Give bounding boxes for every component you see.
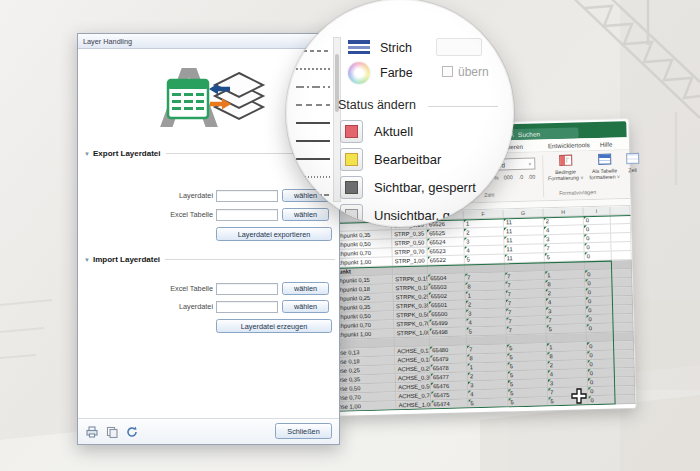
- cell-styles-icon: [626, 153, 639, 164]
- import-layerdatei-row: Layerdatei wählen: [138, 300, 329, 313]
- format-as-table-icon: [598, 154, 611, 165]
- dialog-title-bar[interactable]: Layer Handling: [78, 34, 339, 49]
- status-option-sichtbar-gesperrt[interactable]: Sichtbar, gesperrt: [340, 176, 476, 199]
- spreadsheet: EFGHI STRP_0,256552611120richpunkt 0,35S…: [332, 206, 636, 412]
- status-label: Bearbeitbar: [374, 152, 441, 167]
- import-layerdatei-browse-button[interactable]: wählen: [282, 300, 329, 313]
- layerdatei-input[interactable]: [216, 190, 278, 202]
- decrease-decimal-icon[interactable]: .00: [528, 174, 536, 180]
- exceltabelle-label: Excel Tabelle: [138, 210, 213, 219]
- export-layerdatei-button[interactable]: Layerdatei exportieren: [216, 227, 332, 241]
- ribbon-tab-hilfe[interactable]: Hilfe: [600, 141, 613, 148]
- ribbon-tab-entwicklertools[interactable]: Entwicklertools: [548, 141, 590, 149]
- cell[interactable]: [615, 395, 635, 405]
- chevron-down-icon: ˅: [528, 161, 531, 167]
- import-exceltabelle-input[interactable]: [216, 283, 278, 295]
- magnifier-circle: Strich Farbe übern Status ändern Aktuell…: [286, 0, 514, 227]
- cell[interactable]: 65474: [431, 399, 468, 409]
- uebernehmen-checkbox[interactable]: [442, 66, 453, 77]
- status-option-bearbeitbar[interactable]: Bearbeitbar: [340, 148, 441, 171]
- export-section-title: Export Layerdatei: [93, 149, 161, 158]
- styles-group-label: Formatvorlagen: [559, 189, 596, 196]
- disabled-option-box: [436, 38, 482, 56]
- cell-styles-label: Zell: [628, 167, 637, 173]
- cell[interactable]: hse 1,00: [336, 401, 396, 412]
- status-color-button[interactable]: [340, 148, 363, 171]
- import-layerdatei-input[interactable]: [216, 301, 278, 313]
- farbe-label: Farbe: [380, 66, 413, 80]
- cell[interactable]: 0: [588, 396, 615, 406]
- layerdatei-label: Layerdatei: [138, 302, 213, 311]
- section-rule: [428, 106, 498, 107]
- number-group-label: Zahl: [484, 192, 494, 198]
- cell[interactable]: 5: [468, 398, 508, 408]
- layerdatei-label: Layerdatei: [138, 191, 213, 200]
- chevron-down-icon: ˅: [617, 173, 620, 179]
- close-button[interactable]: Schließen: [275, 423, 332, 439]
- increase-decimal-icon[interactable]: .0: [519, 174, 524, 180]
- exceltabelle-input[interactable]: [216, 209, 278, 221]
- import-exceltabelle-browse-button[interactable]: wählen: [282, 282, 329, 295]
- conditional-formatting-icon: [559, 155, 572, 166]
- conditional-formatting-button[interactable]: Bedingte Formatierung ˅: [544, 154, 587, 181]
- exceltabelle-browse-button[interactable]: wählen: [282, 208, 329, 221]
- cell-styles-button[interactable]: Zell: [622, 153, 643, 174]
- color-swatch-icon: [345, 181, 358, 194]
- status-option-aktuell[interactable]: Aktuell: [340, 120, 413, 143]
- export-layerdatei-row: Layerdatei wählen: [138, 189, 329, 202]
- layers-icon: [215, 73, 263, 119]
- refresh-icon[interactable]: [126, 426, 138, 438]
- status-label: Aktuell: [374, 124, 413, 139]
- print-icon[interactable]: [86, 426, 98, 438]
- cell-grid: STRP_0,256552611120richpunkt 0,35STRP_0,…: [332, 215, 636, 412]
- excel-table-icon: [168, 80, 208, 118]
- format-as-table-button[interactable]: Als Tabelle formatieren ˅: [584, 153, 625, 180]
- dialog-title: Layer Handling: [83, 37, 326, 46]
- color-swatch-icon: [345, 125, 358, 138]
- create-layerdatei-button[interactable]: Layerdatei erzeugen: [216, 319, 332, 333]
- exceltabelle-label: Excel Tabelle: [138, 284, 213, 293]
- uebernehmen-label: übern: [458, 65, 489, 79]
- conditional-formatting-label: Bedingte Formatierung: [548, 169, 579, 182]
- collapse-chevron-icon[interactable]: ▼: [84, 257, 90, 263]
- import-section-header[interactable]: ▼ Import Layerdatei: [84, 255, 335, 264]
- status-section-title: Status ändern: [338, 98, 416, 112]
- status-color-button[interactable]: [340, 176, 363, 199]
- status-color-button[interactable]: [340, 120, 363, 143]
- section-rule: [165, 259, 335, 260]
- strich-label: Strich: [380, 41, 412, 55]
- color-swatch-icon: [345, 153, 358, 166]
- line-style-icon[interactable]: [348, 40, 370, 56]
- status-label: Sichtbar, gesperrt: [374, 180, 476, 195]
- copy-icon[interactable]: [106, 426, 118, 438]
- search-label: Suchen: [518, 130, 540, 138]
- excel-cell-cursor: [571, 388, 587, 404]
- import-section-title: Import Layerdatei: [93, 255, 160, 264]
- format-as-table-label: Als Tabelle formatieren: [589, 167, 617, 180]
- comma-style-icon[interactable]: 000: [504, 174, 513, 180]
- cell[interactable]: ACHSE_1,00: [396, 400, 431, 410]
- import-exceltabelle-row: Excel Tabelle wählen: [138, 282, 329, 295]
- chevron-down-icon: ˅: [580, 174, 583, 180]
- export-exceltabelle-row: Excel Tabelle wählen: [138, 208, 329, 221]
- collapse-chevron-icon[interactable]: ▼: [84, 151, 90, 157]
- dialog-footer: Schließen: [78, 418, 339, 444]
- color-wheel-icon[interactable]: [348, 62, 370, 84]
- screenshot-stage: Suchen AnsichtAutomatisierenEntwicklerto…: [0, 0, 700, 471]
- cell[interactable]: 5: [508, 397, 548, 407]
